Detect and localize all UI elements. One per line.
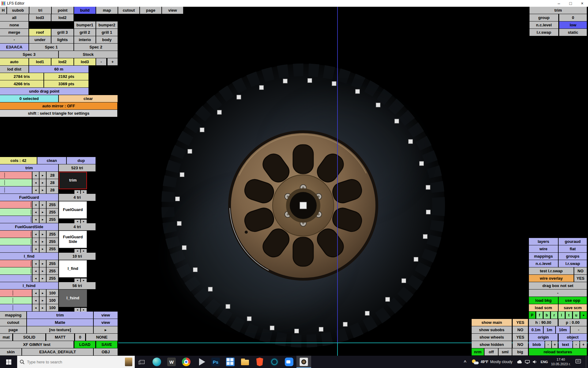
material-trim-slider-r[interactable] [0, 172, 32, 179]
bottom-right-h-90-00[interactable]: h : 90.00 [529, 319, 558, 326]
bottom-left-view[interactable]: view [94, 312, 118, 319]
menu-tri[interactable]: tri [29, 7, 51, 14]
bottom-left-solid[interactable]: SOLID [13, 334, 45, 341]
top-right-n-c-level[interactable]: n.c.level [530, 21, 558, 29]
bottom-right-text[interactable]: text [559, 341, 572, 348]
material-fuelguard-value-r[interactable]: 255 [47, 201, 58, 208]
left-top-e3aaca[interactable]: E3AACA [0, 44, 28, 51]
material-l-fsind-next-page[interactable]: ► [81, 308, 87, 312]
right-yes[interactable]: YES [574, 275, 587, 282]
material-fuelguard-dec-b[interactable]: ◄ [32, 216, 39, 223]
left-top-merge[interactable]: merge [0, 29, 28, 36]
material-l-fsind-prev-page[interactable]: ◄ [74, 308, 80, 312]
vertex-handle[interactable] [426, 210, 430, 214]
left-top-stock[interactable]: Stock [59, 51, 118, 58]
bottom-left-no-texture[interactable]: [no texture] [27, 326, 93, 333]
materials-dup-button[interactable]: dup [67, 157, 96, 164]
wikipedia-icon[interactable]: W [164, 356, 179, 368]
left-top-button-2[interactable]: + [107, 58, 118, 65]
material-trim-preview[interactable]: trim [59, 172, 87, 189]
right-f[interactable]: f [536, 312, 543, 319]
material-trim-value-r[interactable]: 28 [47, 172, 58, 179]
left-top-button[interactable]: - [0, 36, 28, 43]
file-explorer-icon[interactable] [238, 356, 252, 368]
material-trim-dec-b[interactable]: ◄ [32, 186, 39, 194]
bottom-right-nrm[interactable]: nrm [472, 348, 484, 355]
bottom-left-cutout[interactable]: cutout [0, 319, 26, 326]
top-right-low[interactable]: low [559, 21, 587, 29]
left-top-grill-1[interactable]: grill 1 [96, 29, 118, 36]
bottom-left-trim[interactable]: trim [27, 312, 93, 319]
left-top-undo-drag-point[interactable]: undo drag point [0, 88, 89, 95]
media-player-icon[interactable] [194, 356, 208, 368]
material-trim-slider-g[interactable] [0, 179, 32, 186]
camera-app-icon[interactable] [267, 356, 282, 368]
right-gouraud[interactable]: gouraud [559, 238, 587, 245]
bottom-left-none[interactable]: NONE [86, 334, 118, 341]
bottom-right-off[interactable]: off [484, 348, 498, 355]
material-l-find-dec-r[interactable]: ◄ [32, 260, 39, 267]
top-right-0[interactable]: 0 [559, 14, 587, 21]
bottom-left-load[interactable]: LOAD [74, 341, 95, 348]
bottom-right-show-main[interactable]: show main [472, 319, 512, 326]
right-u[interactable]: u [573, 312, 579, 319]
right-flat[interactable]: flat [559, 245, 587, 252]
show-desktop-button[interactable] [586, 356, 587, 368]
left-top-spec-3[interactable]: Spec 3 [0, 51, 58, 58]
vertex-handle[interactable] [226, 304, 230, 309]
vertex-handle[interactable] [208, 287, 213, 291]
left-top-bumper2[interactable]: bumper2 [96, 21, 118, 29]
vertex-handle[interactable] [177, 221, 181, 226]
material-l-fsind-preview[interactable]: l_fsind [59, 289, 87, 307]
left-top-lod3[interactable]: lod3 [29, 14, 51, 21]
menu-cutout[interactable]: cutout [118, 7, 139, 14]
onedrive-icon[interactable] [517, 360, 522, 364]
vertex-handle[interactable] [386, 297, 390, 301]
bottom-left-mapping[interactable]: mapping [0, 312, 26, 319]
right-layers[interactable]: layers [529, 238, 558, 245]
material-fuelguard-slider-b[interactable] [0, 216, 32, 223]
material-fuelguardside-next-page[interactable]: ► [81, 249, 87, 253]
right-r[interactable]: r [551, 312, 557, 319]
minimize-button[interactable]: – [553, 0, 565, 7]
vertex-handle[interactable] [402, 278, 406, 283]
right-button[interactable]: - [529, 289, 587, 297]
material-l-fsind-value-b[interactable]: 100 [47, 304, 58, 311]
bottom-right-button-4[interactable]: + [580, 341, 587, 348]
left-top-spec-1[interactable]: Spec 1 [29, 44, 74, 51]
search-box[interactable] [17, 356, 135, 368]
left-top-60-m[interactable]: 60 m [29, 66, 89, 73]
bottom-left-view-1[interactable]: view [94, 319, 118, 326]
vertex-handle[interactable] [182, 246, 187, 250]
material-l-find-slider-r[interactable] [0, 260, 32, 267]
material-l-find-dec-b[interactable]: ◄ [32, 275, 39, 282]
material-fuelguardside-prev-page[interactable]: ◄ [74, 249, 80, 253]
vertex-handle[interactable] [414, 257, 418, 262]
zoom-icon[interactable] [282, 356, 296, 368]
right-b[interactable]: b [544, 312, 550, 319]
material-l-find-value-b[interactable]: 255 [47, 275, 58, 282]
tray-chevron-icon[interactable]: ^ [462, 359, 468, 365]
material-fuelguard-dec-g[interactable]: ◄ [32, 209, 39, 216]
material-l-fsind-slider-r[interactable] [0, 289, 32, 297]
material-fuelguardside-value-r[interactable]: 255 [47, 231, 58, 238]
top-right-group[interactable]: group [530, 14, 558, 21]
left-top-body[interactable]: body [96, 36, 118, 43]
bottom-left-matt[interactable]: MATT [46, 334, 74, 341]
chrome-icon[interactable] [179, 356, 194, 368]
material-trim-value-b[interactable]: 28 [47, 186, 58, 194]
material-trim-dec-r[interactable]: ◄ [32, 172, 39, 179]
right-t[interactable]: t [566, 312, 572, 319]
menu-subob[interactable]: subob [7, 7, 29, 14]
right-mappings[interactable]: mappings [529, 253, 558, 260]
material-fuelguard-prev-page[interactable]: ◄ [74, 220, 80, 223]
vertex-handle[interactable] [188, 149, 192, 154]
bottom-right-show-wheels[interactable]: show wheels [472, 334, 512, 341]
top-right-static[interactable]: static [559, 29, 587, 36]
language-indicator[interactable]: ENG [541, 360, 548, 364]
vertex-handle[interactable] [376, 103, 380, 107]
material-trim-slider-b[interactable] [0, 186, 32, 194]
vertex-handle[interactable] [180, 173, 184, 177]
material-trim-inc-g[interactable]: ► [40, 179, 46, 186]
left-top-lod2[interactable]: lod2 [51, 14, 74, 21]
